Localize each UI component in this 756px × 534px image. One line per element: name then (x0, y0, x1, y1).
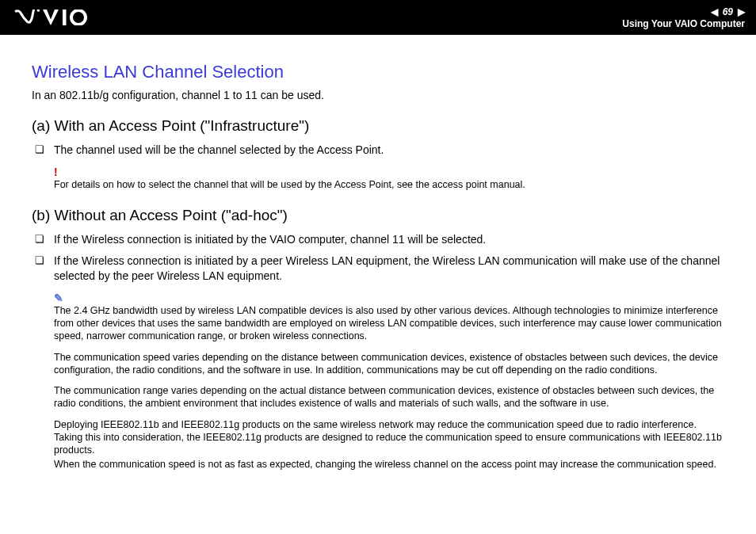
info-note-block: ✎ The 2.4 GHz bandwidth used by wireless… (32, 292, 724, 471)
intro-text: In an 802.11b/g configuration, channel 1… (32, 89, 724, 101)
section-a-heading: (a) With an Access Point ("Infrastructur… (32, 117, 724, 135)
info-note-p4: Deploying IEEE802.11b and IEEE802.11g pr… (54, 418, 724, 457)
prev-page-arrow-icon[interactable]: ◀ (711, 6, 718, 17)
page-number: 69 (723, 6, 733, 17)
main-heading: Wireless LAN Channel Selection (32, 62, 724, 82)
info-note-p2: The communication speed varies depending… (54, 351, 724, 377)
info-note-p5: When the communication speed is not as f… (54, 458, 724, 471)
page-nav: ◀ 69 ▶ (711, 6, 745, 17)
header-bar: ◀ 69 ▶ Using Your VAIO Computer (0, 0, 756, 35)
header-section-title: Using Your VAIO Computer (622, 18, 745, 29)
header-right: ◀ 69 ▶ Using Your VAIO Computer (622, 6, 745, 29)
list-item: If the Wireless connection is initiated … (54, 254, 724, 284)
vaio-logo (11, 10, 98, 25)
info-note-p1: The 2.4 GHz bandwidth used by wireless L… (54, 304, 724, 343)
warning-icon: ! (54, 166, 724, 178)
warning-note-block: ! For details on how to select the chann… (32, 166, 724, 191)
note-icon: ✎ (54, 292, 724, 304)
next-page-arrow-icon[interactable]: ▶ (738, 6, 745, 17)
info-note-p3: The communication range varies depending… (54, 384, 724, 410)
section-a-bullets: The channel used will be the channel sel… (32, 143, 724, 158)
section-b-bullets: If the Wireless connection is initiated … (32, 232, 724, 284)
section-b-heading: (b) Without an Access Point ("ad-hoc") (32, 207, 724, 224)
svg-rect-0 (63, 10, 67, 25)
list-item: The channel used will be the channel sel… (54, 143, 724, 158)
svg-point-1 (71, 10, 86, 25)
warning-note-text: For details on how to select the channel… (54, 178, 724, 191)
list-item: If the Wireless connection is initiated … (54, 232, 724, 247)
page-content: Wireless LAN Channel Selection In an 802… (0, 35, 756, 487)
